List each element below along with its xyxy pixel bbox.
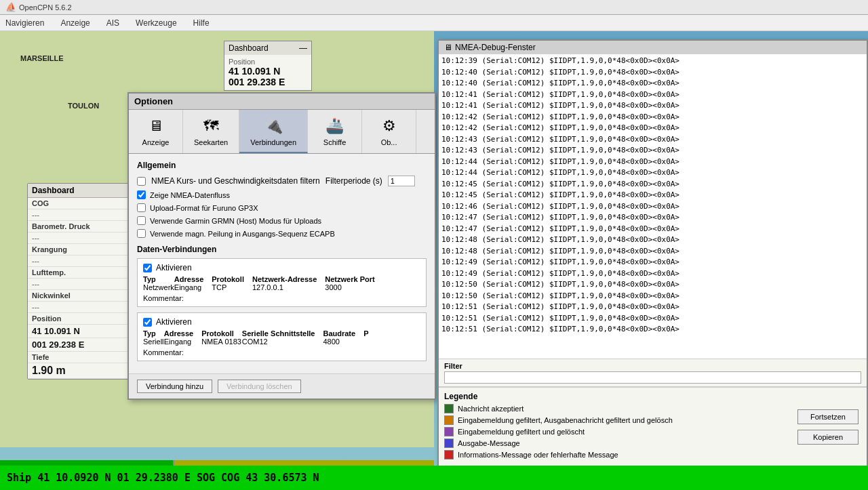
schiffe-label: Schiffe	[323, 138, 346, 146]
conn1-val-protokoll: TCP	[212, 283, 252, 291]
conn1-hdr-typ: Typ	[143, 275, 174, 283]
conn2-hdr-typ: Typ	[143, 329, 164, 338]
nmea-log-line: 10:12:49 (Serial:COM12) $IIDPT,1.9,0,0*4…	[441, 268, 864, 280]
nmea-title: 🖥 NMEA-Debug-Fenster	[439, 41, 867, 54]
menu-werkzeuge[interactable]: Werkzeuge	[133, 17, 179, 29]
btn-verbindung-hinzu[interactable]: Verbindung hinzu	[137, 380, 212, 393]
nmea-debug-window: 🖥 NMEA-Debug-Fenster 10:12:39 (Serial:CO…	[437, 39, 868, 467]
nmea-action-buttons: Fortsetzen Kopieren	[789, 388, 867, 466]
seekarten-icon: 🗺	[199, 115, 223, 137]
conn2-val-protokoll: NMEA 0183	[201, 338, 242, 346]
nmea-log-line: 10:12:40 (Serial:COM12) $IIDPT,1.9,0,0*4…	[441, 67, 864, 79]
conn2-val-typ: Seriell	[143, 338, 164, 346]
btn-kopieren[interactable]: Kopieren	[797, 430, 859, 445]
dashboard-float-window: Dashboard — Position 41 10.091 N 001 29.…	[224, 41, 312, 91]
nmea-log-line: 10:12:46 (Serial:COM12) $IIDPT,1.9,0,0*4…	[441, 201, 864, 213]
optionen-tab-verbindungen[interactable]: 🔌 Verbindungen	[239, 110, 308, 153]
legend-label-1: Eingabemeldung gefiltert, Ausgabenachric…	[458, 416, 673, 424]
optionen-tab-anzeige[interactable]: 🖥 Anzeige	[129, 110, 183, 153]
optionen-dialog: Optionen 🖥 Anzeige 🗺 Seekarten 🔌 Verbind…	[127, 92, 436, 400]
nmea-log-line: 10:12:45 (Serial:COM12) $IIDPT,1.9,0,0*4…	[441, 179, 864, 190]
check-row-ecapb: Verwende magn. Peilung in Ausgangs-Seque…	[137, 229, 427, 238]
filter-row: NMEA Kurs- und Geschwindigkeitsdaten fil…	[137, 176, 427, 186]
conn2-val-baudrate: 4800	[323, 338, 363, 346]
nmea-log-line: 10:12:39 (Serial:COM12) $IIDPT,1.9,0,0*4…	[441, 56, 864, 67]
nmea-log-line: 10:12:41 (Serial:COM12) $IIDPT,1.9,0,0*4…	[441, 100, 864, 112]
check-row-datenfluss: Zeige NMEA-Datenfluss	[137, 190, 427, 199]
ob-label: Ob...	[381, 138, 397, 146]
nmea-log-line: 10:12:44 (Serial:COM12) $IIDPT,1.9,0,0*4…	[441, 167, 864, 179]
optionen-tab-ob[interactable]: ⚙ Ob...	[362, 110, 416, 153]
legend-item-3: Ausgabe-Message	[444, 438, 784, 448]
nmea-log-line: 10:12:48 (Serial:COM12) $IIDPT,1.9,0,0*4…	[441, 246, 864, 258]
cb-furuno[interactable]	[137, 203, 146, 212]
cb-ecapb[interactable]	[137, 229, 146, 238]
check-row-furuno: Upload-Format für Furuno GP3X	[137, 203, 427, 212]
menu-ais[interactable]: AIS	[104, 17, 122, 29]
daten-title: Daten-Verbindungen	[137, 245, 427, 254]
nmea-log-line: 10:12:45 (Serial:COM12) $IIDPT,1.9,0,0*4…	[441, 190, 864, 201]
nmea-log-line: 10:12:48 (Serial:COM12) $IIDPT,1.9,0,0*4…	[441, 234, 864, 246]
nmea-log[interactable]: 10:12:39 (Serial:COM12) $IIDPT,1.9,0,0*4…	[439, 54, 867, 359]
conn2-val-p	[363, 338, 368, 346]
cb-nmea-filter[interactable]	[137, 177, 146, 186]
nmea-bottom: Legende Nachricht akzeptiert Eingabemeld…	[439, 387, 867, 466]
seekarten-label: Seekarten	[194, 138, 228, 146]
nmea-log-line: 10:12:50 (Serial:COM12) $IIDPT,1.9,0,0*4…	[441, 279, 864, 291]
progress-green	[0, 460, 173, 466]
menu-navigieren[interactable]: Navigieren	[3, 17, 47, 29]
conn2-hdr-p: P	[363, 329, 368, 338]
btn-fortsetzen[interactable]: Fortsetzen	[797, 409, 859, 424]
optionen-buttons: Verbindung hinzu Verbindung löschen	[129, 373, 435, 399]
dashboard-float-title: Dashboard —	[224, 41, 311, 55]
legend-left: Legende Nachricht akzeptiert Eingabemeld…	[444, 392, 784, 462]
nmea-log-line: 10:12:44 (Serial:COM12) $IIDPT,1.9,0,0*4…	[441, 157, 864, 168]
nmea-title-text: NMEA-Debug-Fenster	[455, 43, 536, 52]
menu-anzeige[interactable]: Anzeige	[58, 17, 92, 29]
conn1-table: Typ Adresse Protokoll Netzwerk-Adresse N…	[143, 275, 375, 291]
nmea-log-line: 10:12:51 (Serial:COM12) $IIDPT,1.9,0,0*4…	[441, 302, 864, 313]
conn1-val-adresse: Eingang	[174, 283, 212, 291]
app-icon: ⛵	[5, 2, 16, 12]
nmea-filter-section: Filter	[439, 359, 867, 387]
conn1-aktiviert-label: Aktivieren	[156, 263, 192, 272]
legend-color-4	[444, 450, 454, 460]
conn1-hdr-protokoll: Protokoll	[212, 275, 252, 283]
conn2-aktiviert[interactable]	[143, 318, 152, 327]
nmea-title-icon: 🖥	[444, 43, 452, 52]
legend-item-0: Nachricht akzeptiert	[444, 404, 784, 413]
btn-verbindung-loeschen[interactable]: Verbindung löschen	[218, 380, 301, 393]
statusbar: Ship 41 10.0920 N 01 29.2380 E SOG COG 4…	[0, 466, 868, 490]
conn2-val-serielle: COM12	[242, 338, 323, 346]
verbindungen-icon: 🔌	[261, 115, 285, 137]
cb-garmin[interactable]	[137, 216, 146, 225]
legend-color-0	[444, 404, 454, 413]
conn1-aktiviert[interactable]	[143, 264, 152, 272]
conn1-val-port: 3000	[325, 283, 374, 291]
legend-item-1: Eingabemeldung gefiltert, Ausgabenachric…	[444, 415, 784, 425]
nmea-log-line: 10:12:40 (Serial:COM12) $IIDPT,1.9,0,0*4…	[441, 78, 864, 89]
menu-hilfe[interactable]: Hilfe	[191, 17, 212, 29]
cb-furuno-label: Upload-Format für Furuno GP3X	[150, 204, 258, 212]
nmea-log-line: 10:12:51 (Serial:COM12) $IIDPT,1.9,0,0*4…	[441, 313, 864, 325]
nmea-log-line: 10:12:43 (Serial:COM12) $IIDPT,1.9,0,0*4…	[441, 145, 864, 157]
nmea-log-line: 10:12:42 (Serial:COM12) $IIDPT,1.9,0,0*4…	[441, 112, 864, 123]
ob-icon: ⚙	[377, 115, 401, 137]
progress-yellow	[174, 460, 434, 466]
dashboard-float-minimize[interactable]: —	[299, 43, 307, 53]
optionen-tab-seekarten[interactable]: 🗺 Seekarten	[183, 110, 239, 153]
legend-label-4: Informations-Message oder fehlerhafte Me…	[458, 451, 618, 459]
cb-datenfluss[interactable]	[137, 190, 146, 199]
conn1-kommentar: Kommentar:	[143, 294, 420, 302]
optionen-tab-schiffe[interactable]: 🚢 Schiffe	[308, 110, 362, 153]
legend-label-2: Eingabemeldung gefiltert und gelöscht	[458, 428, 585, 436]
nmea-filter-input[interactable]	[444, 371, 861, 384]
filterperiode-input[interactable]	[388, 176, 415, 186]
connection-2: Aktivieren Typ Adresse Protokoll Seriell…	[137, 312, 427, 361]
conn2-hdr-serielle: Serielle Schnittstelle	[242, 329, 323, 338]
conn2-hdr-protokoll: Protokoll	[201, 329, 242, 338]
filterperiode-label: Filterperiode (s)	[326, 176, 382, 186]
schiffe-icon: 🚢	[323, 115, 347, 137]
legend-label-0: Nachricht akzeptiert	[458, 405, 524, 413]
legend-color-1	[444, 415, 454, 425]
